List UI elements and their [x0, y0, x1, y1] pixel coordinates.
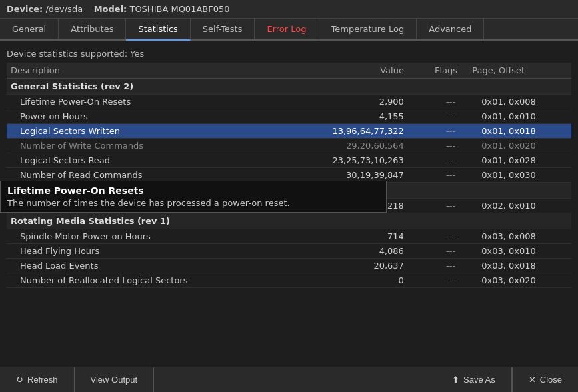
main-content: Device statistics supported: Yes Descrip… [0, 41, 578, 288]
cell-description: Head Load Events [7, 259, 273, 273]
cell-description: Lifetime Power-On Resets [7, 95, 273, 109]
tab-self-tests[interactable]: Self-Tests [191, 19, 255, 39]
cell-flags: --- [424, 244, 468, 259]
view-output-label: View Output [91, 375, 138, 385]
save-as-button[interactable]: ⬆ Save As [436, 367, 512, 392]
table-row[interactable]: Head Flying Hours4,086---0x03, 0x010 [7, 244, 571, 259]
tab-statistics[interactable]: Statistics [126, 19, 190, 41]
close-icon: ✕ [529, 375, 536, 385]
cell-value: 13,96,64,77,322 [273, 124, 424, 139]
cell-flags: --- [424, 153, 468, 168]
close-label: Close [540, 375, 562, 385]
cell-flags: --- [424, 139, 468, 153]
refresh-icon: ↻ [16, 375, 23, 385]
cell-value: 23,25,73,10,263 [273, 153, 424, 168]
cell-page: 0x03, 0x020 [468, 273, 571, 288]
cell-flags: --- [424, 168, 468, 183]
table-row[interactable]: Number of Write Commands29,20,60,564---0… [7, 139, 571, 153]
cell-description: Power-on Hours [7, 109, 273, 124]
device-label: Device: [7, 4, 43, 14]
tooltip-description: The number of times the device has proce… [7, 198, 379, 208]
cell-value: 4,155 [273, 109, 424, 124]
col-description: Description [7, 63, 273, 79]
cell-description: Logical Sectors Read [7, 153, 273, 168]
cell-description: Logical Sectors Written [7, 124, 273, 139]
table-row[interactable]: Logical Sectors Read23,25,73,10,263---0x… [7, 153, 571, 168]
cell-page: 0x01, 0x008 [468, 95, 571, 109]
cell-flags: --- [424, 199, 468, 213]
table-row[interactable]: Logical Sectors Written13,96,64,77,322--… [7, 124, 571, 139]
cell-flags: --- [424, 124, 468, 139]
save-label: Save As [463, 375, 495, 385]
view-output-button[interactable]: View Output [75, 367, 155, 392]
tab-temperature-log[interactable]: Temperature Log [319, 19, 417, 39]
header-bar: Device: /dev/sda Model: TOSHIBA MQ01ABF0… [0, 0, 578, 19]
cell-description: Number of Write Commands [7, 139, 273, 153]
table-row[interactable]: Rotating Media Statistics (rev 1) [7, 213, 571, 229]
table-row[interactable]: Number of Reallocated Logical Sectors0--… [7, 273, 571, 288]
cell-page: 0x03, 0x018 [468, 259, 571, 273]
cell-value: 29,20,60,564 [273, 139, 424, 153]
device-value: /dev/sda [45, 4, 83, 14]
cell-flags: --- [424, 95, 468, 109]
table-row[interactable]: Power-on Hours4,155---0x01, 0x010 [7, 109, 571, 124]
cell-value: 0 [273, 273, 424, 288]
tab-attributes[interactable]: Attributes [59, 19, 126, 39]
cell-flags: --- [424, 229, 468, 244]
col-page-offset: Page, Offset [468, 63, 571, 79]
tooltip-overlay: Lifetime Power-On Resets The number of t… [0, 181, 387, 213]
cell-value: 20,637 [273, 259, 424, 273]
tab-error-log[interactable]: Error Log [255, 19, 319, 39]
tab-general[interactable]: General [0, 19, 59, 39]
table-row[interactable]: Head Load Events20,637---0x03, 0x018 [7, 259, 571, 273]
cell-flags: --- [424, 273, 468, 288]
refresh-label: Refresh [27, 375, 58, 385]
col-value: Value [273, 63, 424, 79]
cell-flags: --- [424, 259, 468, 273]
cell-page: 0x02, 0x010 [468, 199, 571, 213]
cell-page: 0x03, 0x008 [468, 229, 571, 244]
model-label: Model: [94, 4, 127, 14]
col-flags: Flags [424, 63, 468, 79]
tab-bar: General Attributes Statistics Self-Tests… [0, 19, 578, 41]
cell-flags: --- [424, 109, 468, 124]
table-row[interactable]: Lifetime Power-On Resets2,900---0x01, 0x… [7, 95, 571, 109]
cell-value: 714 [273, 229, 424, 244]
table-header-row: Description Value Flags Page, Offset [7, 63, 571, 79]
cell-page: 0x01, 0x028 [468, 153, 571, 168]
cell-value: 2,900 [273, 95, 424, 109]
cell-description: Head Flying Hours [7, 244, 273, 259]
model-value: TOSHIBA MQ01ABF050 [129, 4, 229, 14]
tooltip-title: Lifetime Power-On Resets [7, 185, 379, 196]
cell-page: 0x01, 0x010 [468, 109, 571, 124]
cell-description: Spindle Motor Power-on Hours [7, 229, 273, 244]
refresh-button[interactable]: ↻ Refresh [0, 367, 75, 392]
cell-description: Number of Reallocated Logical Sectors [7, 273, 273, 288]
close-button[interactable]: ✕ Close [512, 367, 578, 392]
cell-page: 0x01, 0x018 [468, 124, 571, 139]
supported-status: Device statistics supported: Yes [7, 46, 571, 63]
tab-advanced[interactable]: Advanced [417, 19, 484, 39]
cell-value: 4,086 [273, 244, 424, 259]
table-row[interactable]: Spindle Motor Power-on Hours714---0x03, … [7, 229, 571, 244]
cell-page: 0x03, 0x010 [468, 244, 571, 259]
save-icon: ⬆ [452, 375, 459, 385]
table-row[interactable]: General Statistics (rev 2) [7, 79, 571, 95]
cell-page: 0x01, 0x030 [468, 168, 571, 183]
statistics-table: Description Value Flags Page, Offset Gen… [7, 63, 571, 288]
toolbar: ↻ Refresh View Output ⬆ Save As ✕ Close [0, 367, 578, 392]
cell-page: 0x01, 0x020 [468, 139, 571, 153]
